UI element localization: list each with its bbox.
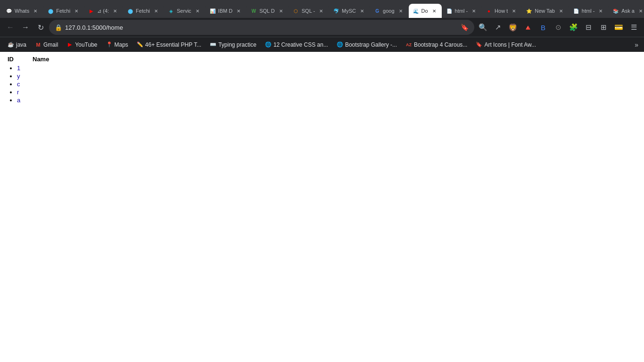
bookmark-art-icons[interactable]: 🔖 Art Icons | Font Aw... — [472, 40, 540, 49]
bookmark-bootstrap-carousel-label: Bootstrap 4 Carous... — [414, 41, 467, 48]
tab-youtube[interactable]: ▶ ⊿ (4: ✕ — [84, 4, 123, 18]
brave-rewards-icon[interactable]: 🔺 — [521, 21, 535, 34]
tab-sql-close[interactable]: ✕ — [317, 7, 325, 15]
tab-do-close[interactable]: ✕ — [430, 7, 438, 15]
tab-sqld-close[interactable]: ✕ — [277, 7, 285, 15]
tab-fetch1[interactable]: ⬤ Fetchi ✕ — [43, 4, 84, 18]
tab-do[interactable]: 🌊 Do ✕ — [409, 4, 442, 18]
data-list: 1 y c r a — [8, 65, 636, 104]
tab-google[interactable]: G goog ✕ — [370, 4, 408, 18]
extension1-icon[interactable]: B — [537, 21, 550, 34]
tab-youtube-label: ⊿ (4: — [97, 8, 109, 14]
tab-whats[interactable]: 💬 Whats ✕ — [2, 4, 43, 18]
tab-servic-close[interactable]: ✕ — [194, 7, 201, 15]
html2-favicon: 📄 — [573, 8, 579, 14]
share-icon[interactable]: ↗ — [491, 21, 504, 34]
tab-aska[interactable]: 📚 Ask a ✕ — [609, 4, 644, 18]
tab-newtab-close[interactable]: ✕ — [557, 7, 565, 15]
tab-whats-close[interactable]: ✕ — [32, 7, 39, 15]
tab-fetch1-close[interactable]: ✕ — [73, 7, 80, 15]
column-name: Name — [33, 56, 49, 63]
tab-html1[interactable]: 📄 html - ✕ — [442, 4, 482, 18]
bookmark-page-icon[interactable]: 🔖 — [461, 24, 469, 31]
bookmark-typing[interactable]: ⌨️ Typing practice — [206, 40, 260, 49]
extensions-icon[interactable]: 🧩 — [567, 21, 580, 34]
howt-favicon: ● — [486, 8, 492, 14]
bookmark-bootstrap-gallery[interactable]: 🌐 Bootstrap Gallery -... — [333, 40, 401, 49]
tab-newtab[interactable]: ⭐ New Tab ✕ — [522, 4, 569, 18]
browser-window: 💬 Whats ✕ ⬤ Fetchi ✕ ▶ ⊿ (4: ✕ ⬤ Fetchi … — [0, 0, 644, 362]
tab-howt-close[interactable]: ✕ — [510, 7, 518, 15]
bookmark-maps[interactable]: 📍 Maps — [102, 40, 132, 49]
tab-fetch2-close[interactable]: ✕ — [152, 7, 160, 15]
list-item-link-1[interactable]: 1 — [17, 65, 20, 72]
whats-favicon: 💬 — [6, 8, 12, 14]
tab-servic[interactable]: ◈ Servic ✕ — [164, 4, 205, 18]
tab-fetch2[interactable]: ⬤ Fetchi ✕ — [123, 4, 164, 18]
bookmark-java-label: java — [16, 41, 26, 48]
menu-button[interactable]: ☰ — [627, 21, 640, 34]
tab-sqld-label: SQL D — [259, 8, 275, 14]
tab-google-close[interactable]: ✕ — [397, 7, 405, 15]
back-button[interactable]: ← — [4, 21, 17, 34]
address-bar-wrapper[interactable]: 🔒 🔖 — [49, 20, 474, 35]
list-item-link-a[interactable]: a — [17, 97, 20, 104]
tab-sqld[interactable]: W SQL D ✕ — [247, 4, 289, 18]
youtube-favicon: ▶ — [88, 8, 95, 14]
tab-html1-label: html - — [455, 8, 468, 14]
newtab-favicon: ⭐ — [526, 8, 532, 14]
bookmark-typing-label: Typing practice — [218, 41, 256, 48]
split-view-icon[interactable]: ⊞ — [597, 21, 610, 34]
bookmark-gmail[interactable]: M Gmail — [31, 40, 62, 49]
typing-favicon: ⌨️ — [210, 41, 216, 48]
css-favicon: 🌐 — [265, 41, 272, 48]
list-item: c — [17, 81, 636, 88]
page-content: ID Name 1 y c r a — [0, 52, 644, 362]
tab-howt-label: How t — [495, 8, 508, 14]
aska-favicon: 📚 — [612, 8, 619, 14]
do-favicon: 🌊 — [413, 8, 419, 14]
google-favicon: G — [374, 8, 380, 14]
list-item-link-c[interactable]: c — [17, 81, 20, 88]
nav-actions: 🔍 ↗ 🦁 🔺 B ⊙ 🧩 ⊟ ⊞ 💳 ☰ — [476, 21, 640, 34]
tab-mysql[interactable]: 🐬 MySC ✕ — [329, 4, 370, 18]
tab-html2-close[interactable]: ✕ — [597, 7, 604, 15]
sidebar-icon[interactable]: ⊟ — [582, 21, 595, 34]
tab-aska-close[interactable]: ✕ — [637, 7, 644, 15]
list-item: r — [17, 89, 636, 96]
bookmark-art-icons-label: Art Icons | Font Aw... — [484, 41, 536, 48]
wallet-icon[interactable]: 💳 — [612, 21, 625, 34]
search-icon[interactable]: 🔍 — [476, 21, 489, 34]
fetch1-favicon: ⬤ — [47, 8, 54, 14]
navigation-bar: ← → ↻ 🔒 🔖 🔍 ↗ 🦁 🔺 B ⊙ 🧩 ⊟ ⊞ 💳 ☰ — [0, 18, 644, 37]
brave-shields-icon[interactable]: 🦁 — [506, 21, 520, 34]
extension2-icon[interactable]: ⊙ — [552, 21, 565, 34]
forward-button[interactable]: → — [19, 21, 32, 34]
bookmark-youtube-label: YouTube — [75, 41, 97, 48]
tab-youtube-close[interactable]: ✕ — [111, 7, 119, 15]
tab-mysql-close[interactable]: ✕ — [358, 7, 366, 15]
address-input[interactable] — [65, 24, 458, 31]
bookmark-maps-label: Maps — [115, 41, 128, 48]
sqld-favicon: W — [250, 8, 257, 14]
bookmark-youtube[interactable]: ▶ YouTube — [63, 40, 101, 49]
tab-howt[interactable]: ● How t ✕ — [482, 4, 521, 18]
bookmark-bootstrap-carousel[interactable]: AZ Bootstrap 4 Carous... — [402, 40, 471, 49]
tab-html2[interactable]: 📄 html - ✕ — [569, 4, 609, 18]
tab-html1-close[interactable]: ✕ — [470, 7, 478, 15]
bookmark-java[interactable]: ☕ java — [4, 40, 30, 49]
tab-ibm-close[interactable]: ✕ — [235, 7, 242, 15]
reload-button[interactable]: ↻ — [34, 21, 47, 34]
lock-icon: 🔒 — [55, 24, 62, 31]
bookmark-css[interactable]: 🌐 12 Creative CSS an... — [261, 40, 332, 49]
fetch2-favicon: ⬤ — [127, 8, 133, 14]
sql-favicon: ⬡ — [293, 8, 299, 14]
tab-ibm[interactable]: 📊 IBM D ✕ — [206, 4, 247, 18]
bookmarks-more-button[interactable]: » — [633, 39, 640, 50]
bookmark-php[interactable]: ✏️ 46+ Essential PHP T... — [133, 40, 205, 49]
tab-sql[interactable]: ⬡ SQL - ✕ — [289, 4, 329, 18]
list-item-link-r[interactable]: r — [17, 89, 19, 96]
php-favicon: ✏️ — [137, 41, 143, 48]
list-item-link-y[interactable]: y — [17, 73, 20, 80]
mysql-favicon: 🐬 — [333, 8, 339, 14]
